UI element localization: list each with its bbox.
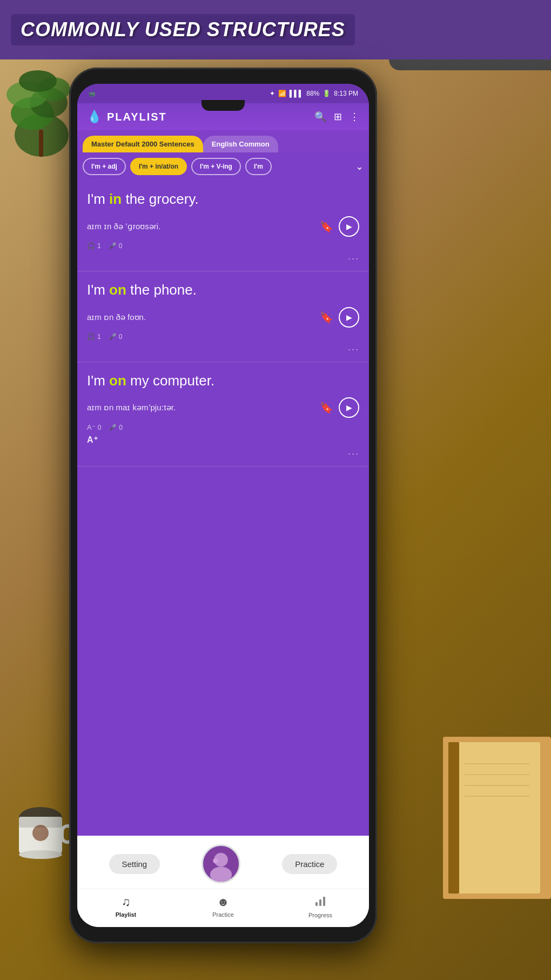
font-increase-label: A⁺ bbox=[87, 435, 359, 445]
status-left: 📹 bbox=[88, 90, 96, 97]
bottom-nav-area: Setting Practice ♫ Playlist bbox=[77, 836, 369, 927]
wifi-icon: 📶 bbox=[278, 90, 286, 97]
sentence-text-3: I'm on my computer. bbox=[87, 372, 359, 390]
app-header-left: 💧 PLAYLIST bbox=[87, 110, 167, 124]
listen-stat-1: 🎧 1 bbox=[87, 242, 101, 250]
filter-im-adj[interactable]: I'm + adj bbox=[83, 158, 126, 175]
filter-row: I'm + adj I'm + in/at/on I'm + V-ing I'm… bbox=[77, 152, 369, 181]
listen-stat-3: A⁻ 0 bbox=[87, 423, 101, 431]
expand-icon[interactable]: ⊞ bbox=[334, 111, 342, 123]
svg-rect-14 bbox=[448, 742, 459, 894]
filter-im-inataton[interactable]: I'm + in/at/on bbox=[130, 158, 187, 175]
banner-text: COMMONLY USED STRUCTURES bbox=[11, 14, 355, 45]
progress-tab-label: Progress bbox=[308, 912, 332, 918]
play-button-3[interactable]: ▶ bbox=[339, 397, 359, 418]
phonetic-actions-3: 🔖 ▶ bbox=[320, 397, 359, 418]
play-button-1[interactable]: ▶ bbox=[339, 216, 359, 237]
tab-playlist[interactable]: ♫ Playlist bbox=[104, 895, 147, 918]
sentence-1-highlight: in bbox=[109, 191, 122, 207]
phonetic-actions-2: 🔖 ▶ bbox=[320, 307, 359, 328]
phonetic-row-1: aɪm ɪn ðə ˈɡroʊsəri. 🔖 ▶ bbox=[87, 216, 359, 237]
action-buttons-row: Setting Practice bbox=[77, 836, 369, 889]
bottom-tab-bar: ♫ Playlist ☻ Practice Progress bbox=[77, 889, 369, 927]
sentence-1-before: I'm bbox=[87, 191, 109, 207]
speak-stat-3: 🎤 0 bbox=[109, 424, 123, 431]
stats-row-3: A⁻ 0 🎤 0 bbox=[87, 423, 359, 431]
sentence-card-3: I'm on my computer. aɪm ɒn maɪ kəmˈpjuːt… bbox=[77, 362, 369, 467]
stats-row-2: 🎧 1 🎤 0 bbox=[87, 333, 359, 341]
speak-count-1: 0 bbox=[119, 242, 123, 250]
battery-percent: 88% bbox=[306, 90, 319, 97]
bluetooth-icon: ✦ bbox=[270, 90, 275, 97]
svg-rect-6 bbox=[39, 130, 43, 157]
phonetic-row-3: aɪm ɒn maɪ kəmˈpjuːtər. 🔖 ▶ bbox=[87, 397, 359, 418]
phonetic-actions-1: 🔖 ▶ bbox=[320, 216, 359, 237]
app-logo-icon: 💧 bbox=[87, 110, 102, 124]
app-title: PLAYLIST bbox=[107, 111, 167, 123]
listen-stat-2: 🎧 1 bbox=[87, 333, 101, 341]
filter-im-ving[interactable]: I'm + V-ing bbox=[191, 158, 241, 175]
svg-point-22 bbox=[213, 858, 218, 863]
font-decrease-icon: A⁻ bbox=[87, 423, 96, 431]
app-header-icons: 🔍 ⊞ ⋮ bbox=[314, 111, 359, 123]
svg-rect-25 bbox=[323, 897, 325, 906]
phonetic-row-2: aɪm ɒn ðə foʊn. 🔖 ▶ bbox=[87, 307, 359, 328]
notebook-decoration bbox=[443, 737, 551, 899]
setting-button[interactable]: Setting bbox=[109, 854, 160, 874]
phone-screen: 📹 ✦ 📶 ▌▌▌ 88% 🔋 8:13 PM 💧 PLAYLIST 🔍 ⊞ ⋮ bbox=[77, 84, 369, 927]
bookmark-icon-2[interactable]: 🔖 bbox=[320, 311, 333, 324]
sentence-text-2: I'm on the phone. bbox=[87, 281, 359, 299]
svg-point-21 bbox=[210, 867, 232, 883]
stats-row-1: 🎧 1 🎤 0 bbox=[87, 242, 359, 250]
center-avatar[interactable] bbox=[201, 844, 240, 883]
camera-notch bbox=[201, 100, 245, 111]
speak-icon-1: 🎤 bbox=[109, 242, 117, 250]
sentence-2-after: the phone. bbox=[126, 282, 197, 298]
svg-rect-13 bbox=[448, 742, 540, 894]
speak-stat-2: 🎤 0 bbox=[109, 333, 123, 341]
filter-chevron-icon[interactable]: ⌄ bbox=[355, 161, 364, 172]
speak-count-3: 0 bbox=[119, 424, 123, 431]
sentence-text-1: I'm in the grocery. bbox=[87, 190, 359, 209]
more-options-2[interactable]: ··· bbox=[87, 344, 359, 355]
tab-practice[interactable]: ☻ Practice bbox=[201, 895, 245, 918]
tab-master-default[interactable]: Master Default 2000 Sentences bbox=[83, 136, 203, 152]
speak-count-2: 0 bbox=[119, 333, 123, 341]
svg-point-5 bbox=[19, 70, 57, 92]
status-right: ✦ 📶 ▌▌▌ 88% 🔋 8:13 PM bbox=[270, 90, 358, 97]
sentence-2-highlight: on bbox=[109, 282, 126, 298]
main-content: I'm in the grocery. aɪm ɪn ðə ˈɡroʊsəri.… bbox=[77, 181, 369, 836]
phonetic-text-3: aɪm ɒn maɪ kəmˈpjuːtər. bbox=[87, 403, 176, 412]
battery-icon: 🔋 bbox=[322, 90, 331, 97]
playlist-tab-label: Playlist bbox=[116, 911, 137, 918]
headphone-icon-1: 🎧 bbox=[87, 242, 95, 250]
more-options-icon[interactable]: ⋮ bbox=[350, 111, 359, 123]
phonetic-text-1: aɪm ɪn ðə ˈɡroʊsəri. bbox=[87, 222, 160, 231]
listen-count-3: 0 bbox=[98, 424, 102, 431]
phone-frame: 📹 ✦ 📶 ▌▌▌ 88% 🔋 8:13 PM 💧 PLAYLIST 🔍 ⊞ ⋮ bbox=[69, 68, 377, 943]
search-icon[interactable]: 🔍 bbox=[314, 111, 326, 123]
sentence-1-after: the grocery. bbox=[122, 191, 199, 207]
play-button-2[interactable]: ▶ bbox=[339, 307, 359, 328]
playlist-tabs: Master Default 2000 Sentences English Co… bbox=[77, 130, 369, 152]
practice-tab-label: Practice bbox=[212, 911, 234, 918]
bookmark-icon-1[interactable]: 🔖 bbox=[320, 220, 333, 233]
practice-tab-icon: ☻ bbox=[217, 895, 229, 909]
practice-button[interactable]: Practice bbox=[282, 854, 337, 874]
filter-im[interactable]: I'm bbox=[245, 158, 272, 175]
sentence-3-highlight: on bbox=[109, 372, 126, 389]
tab-english-common[interactable]: English Common bbox=[203, 136, 278, 152]
listen-count-2: 1 bbox=[97, 333, 101, 341]
time-display: 8:13 PM bbox=[334, 90, 358, 97]
sentence-3-after: my computer. bbox=[126, 372, 214, 389]
more-options-1[interactable]: ··· bbox=[87, 253, 359, 264]
speak-icon-3: 🎤 bbox=[109, 424, 117, 431]
svg-rect-24 bbox=[319, 899, 321, 906]
playlist-tab-icon: ♫ bbox=[122, 895, 131, 909]
svg-point-12 bbox=[32, 825, 49, 841]
sentence-2-before: I'm bbox=[87, 282, 109, 298]
sentence-card-1: I'm in the grocery. aɪm ɪn ðə ˈɡroʊsəri.… bbox=[77, 181, 369, 271]
tab-progress[interactable]: Progress bbox=[299, 895, 342, 918]
more-options-3[interactable]: ··· bbox=[87, 448, 359, 459]
bookmark-icon-3[interactable]: 🔖 bbox=[320, 401, 333, 414]
